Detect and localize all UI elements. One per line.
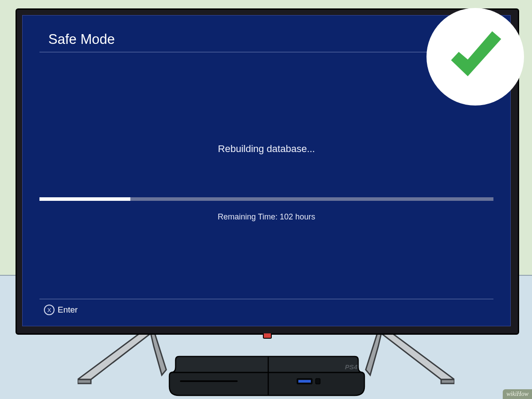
divider: [39, 299, 493, 299]
checkmark-icon: [443, 25, 508, 89]
enter-label: Enter: [58, 305, 78, 315]
enter-action[interactable]: X Enter: [44, 305, 78, 315]
success-badge: [426, 8, 524, 106]
svg-rect-4: [298, 380, 311, 383]
progress-fill: [39, 197, 130, 201]
tv-ir-sensor: [263, 333, 272, 339]
watermark: wikiHow: [503, 389, 532, 399]
console-brand-label: PS4: [345, 363, 358, 371]
remaining-time: Remaining Time: 102 hours: [23, 212, 510, 222]
divider: [39, 52, 493, 52]
status-text: Rebuilding database...: [23, 143, 510, 155]
tv-stand-leg: [78, 333, 171, 384]
svg-rect-2: [180, 380, 238, 382]
game-console: PS4: [168, 355, 366, 398]
page-title: Safe Mode: [48, 31, 115, 47]
x-button-icon: X: [44, 305, 55, 315]
svg-rect-5: [316, 379, 320, 384]
progress-bar: [39, 197, 493, 201]
tv-stand-leg: [361, 333, 454, 384]
